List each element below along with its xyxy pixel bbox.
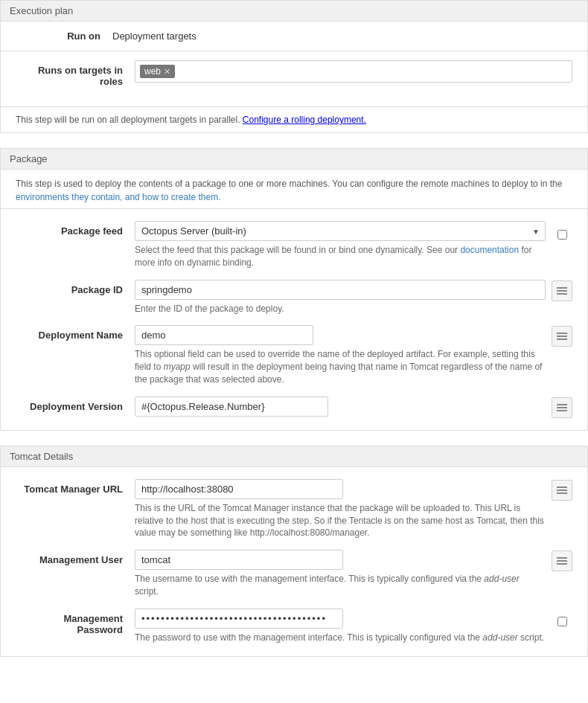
svg-rect-3 [557, 333, 567, 334]
svg-rect-13 [557, 560, 567, 562]
management-password-row: Management Password The password to use … [16, 609, 572, 644]
package-id-input[interactable] [135, 280, 546, 300]
svg-rect-9 [557, 487, 567, 488]
roles-section: Runs on targets in roles web ✕ [0, 51, 588, 107]
management-password-input[interactable] [135, 609, 343, 629]
package-id-label: Package ID [16, 280, 135, 295]
feed-checkbox-wrap [552, 224, 572, 245]
deployment-name-input[interactable] [135, 325, 313, 345]
bind-svg-icon [556, 285, 568, 297]
mgmt-pwd-hint-text1: The password to use with the management … [135, 632, 482, 643]
bind-svg-icon3 [556, 402, 568, 414]
tomcat-details-section: Tomcat Details Tomcat Manager URL This i… [0, 446, 588, 657]
management-password-wrap: The password to use with the management … [135, 609, 572, 644]
tomcat-details-body: Tomcat Manager URL This is the URL of th… [0, 467, 588, 657]
deployment-name-row: Deployment Name This optional field can … [16, 325, 572, 385]
deployment-version-inner [135, 397, 546, 417]
management-password-hint: The password to use with the management … [135, 632, 546, 644]
management-password-label: Management Password [16, 609, 135, 635]
svg-rect-2 [557, 293, 567, 295]
svg-rect-11 [557, 492, 567, 494]
deployment-hint-italic: myapp [164, 362, 191, 372]
tomcat-details-header: Tomcat Details [0, 446, 588, 467]
mgmt-user-hint-text1: The username to use with the management … [135, 574, 484, 584]
mgmt-user-bind-icon[interactable] [552, 550, 572, 571]
deployment-version-input[interactable] [135, 397, 328, 417]
svg-rect-4 [557, 336, 567, 337]
bind-svg-icon2 [556, 330, 568, 342]
deployment-name-hint: This optional field can be used to overr… [135, 348, 546, 385]
tomcat-manager-url-hint: This is the URL of the Tomcat Manager in… [135, 502, 546, 539]
package-id-inner: Enter the ID of the package to deploy. [135, 280, 546, 315]
roles-input-wrap: web ✕ [135, 60, 572, 83]
tomcat-url-bind-icon[interactable] [552, 480, 572, 501]
package-feed-select-wrap: Octopus Server (built-in) ▼ [135, 221, 546, 241]
deployment-name-label: Deployment Name [16, 325, 135, 341]
web-tag[interactable]: web ✕ [140, 65, 175, 78]
bind-svg-icon4 [556, 484, 568, 496]
package-id-row: Package ID Enter the ID of the package t… [16, 280, 572, 315]
roles-tag-input[interactable]: web ✕ [135, 60, 572, 83]
mgmt-user-hint-text2: script. [135, 586, 159, 597]
svg-rect-14 [557, 563, 567, 565]
tomcat-manager-url-row: Tomcat Manager URL This is the URL of th… [16, 479, 572, 539]
deployment-name-inner: This optional field can be used to overr… [135, 325, 546, 385]
tag-close-icon[interactable]: ✕ [164, 67, 170, 77]
svg-rect-5 [557, 338, 567, 340]
mgmt-pwd-hint-text2: script. [518, 632, 544, 643]
feed-checkbox[interactable] [557, 230, 567, 240]
svg-rect-0 [557, 287, 567, 289]
documentation-link[interactable]: documentation [460, 245, 519, 255]
management-user-input[interactable] [135, 550, 343, 570]
package-header: Package [0, 148, 588, 170]
package-intro: This step is used to deploy the contents… [0, 170, 588, 209]
tomcat-details-title: Tomcat Details [10, 451, 73, 462]
mgmt-user-hint-italic: add-user [484, 574, 519, 584]
package-feed-label: Package feed [16, 221, 135, 237]
run-on-row: Run on Deployment targets [0, 22, 588, 51]
svg-rect-12 [557, 557, 567, 559]
parallel-info-bar: This step will be run on all deployment … [0, 107, 588, 133]
run-on-value: Deployment targets [112, 31, 196, 42]
bind-svg-icon5 [556, 555, 568, 567]
management-password-inner: The password to use with the management … [135, 609, 546, 644]
execution-plan-section: Execution plan Run on Deployment targets… [0, 0, 588, 133]
package-id-hint: Enter the ID of the package to deploy. [135, 303, 546, 315]
roles-label: Runs on targets in roles [16, 60, 135, 87]
deployment-version-wrap [135, 397, 572, 418]
run-on-label: Run on [16, 31, 112, 42]
deployment-version-bind-icon[interactable] [552, 397, 572, 418]
package-title: Package [10, 153, 48, 164]
roles-row: Runs on targets in roles web ✕ [16, 60, 572, 87]
svg-rect-7 [557, 407, 567, 408]
deployment-name-bind-icon[interactable] [552, 326, 572, 347]
feed-hint-text: Select the feed that this package will b… [135, 245, 460, 255]
management-user-wrap: The username to use with the management … [135, 550, 572, 598]
package-feed-hint: Select the feed that this package will b… [135, 244, 546, 269]
tag-label: web [144, 66, 161, 77]
mgmt-pwd-hint-italic: add-user [482, 632, 517, 643]
package-id-bind-icon[interactable] [552, 280, 572, 301]
package-feed-select[interactable]: Octopus Server (built-in) [135, 221, 546, 241]
package-feed-inner: Octopus Server (built-in) ▼ Select the f… [135, 221, 546, 269]
svg-rect-8 [557, 410, 567, 411]
management-user-hint: The username to use with the management … [135, 573, 546, 598]
svg-rect-6 [557, 404, 567, 405]
svg-rect-10 [557, 489, 567, 491]
password-checkbox[interactable] [557, 617, 567, 626]
rolling-deployment-link[interactable]: Configure a rolling deployment. [243, 115, 366, 125]
password-checkbox-wrap [552, 611, 572, 632]
package-body: Package feed Octopus Server (built-in) ▼… [0, 209, 588, 431]
tomcat-manager-url-input[interactable] [135, 479, 343, 499]
parallel-text: This step will be run on all deployment … [16, 115, 240, 125]
package-intro-text: This step is used to deploy the contents… [16, 179, 562, 189]
svg-rect-1 [557, 290, 567, 292]
environments-link[interactable]: environments they contain, and how to cr… [16, 192, 221, 202]
package-feed-wrap: Octopus Server (built-in) ▼ Select the f… [135, 221, 572, 269]
deployment-name-wrap: This optional field can be used to overr… [135, 325, 572, 385]
tomcat-manager-url-wrap: This is the URL of the Tomcat Manager in… [135, 479, 572, 539]
deployment-hint-text2: will result in the deployment being havi… [135, 362, 542, 385]
tomcat-manager-url-inner: This is the URL of the Tomcat Manager in… [135, 479, 546, 539]
management-user-inner: The username to use with the management … [135, 550, 546, 598]
execution-plan-header: Execution plan [0, 0, 588, 22]
